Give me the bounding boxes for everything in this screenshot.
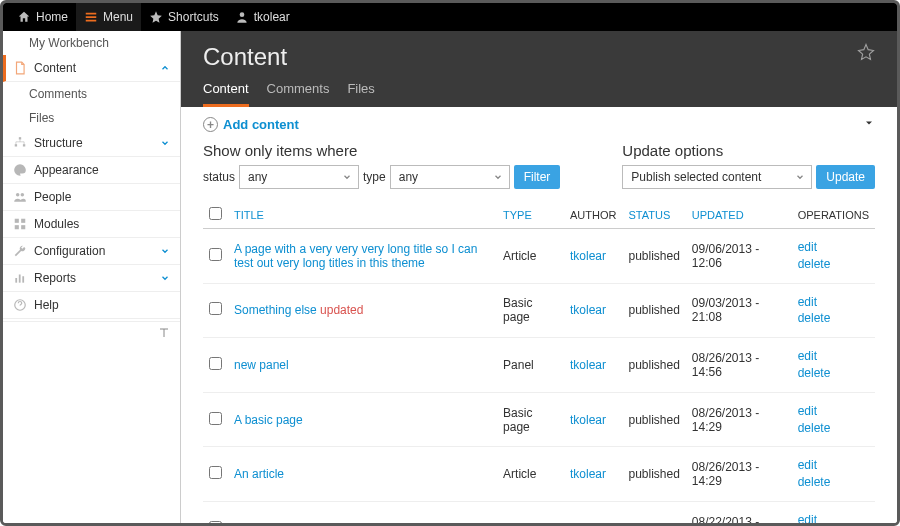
sidebar-toggle-row	[3, 321, 180, 347]
row-status: published	[622, 501, 685, 523]
svg-point-4	[16, 193, 19, 197]
row-updated: 08/26/2013 - 14:29	[686, 392, 792, 447]
row-title-link[interactable]: An article	[234, 467, 284, 481]
tab-content[interactable]: Content	[203, 81, 249, 107]
row-checkbox[interactable]	[209, 248, 222, 261]
svg-rect-2	[15, 144, 17, 146]
sidebar-item-structure[interactable]: Structure	[3, 130, 180, 157]
edit-link[interactable]: edit	[798, 512, 869, 523]
row-author-link[interactable]: tkolear	[570, 358, 606, 372]
row-checkbox[interactable]	[209, 302, 222, 315]
delete-link[interactable]: delete	[798, 474, 869, 491]
sidebar-item-my-workbench[interactable]: My Workbench	[3, 31, 180, 55]
reports-icon	[13, 271, 27, 285]
delete-link[interactable]: delete	[798, 420, 869, 437]
updated-badge: updated	[320, 303, 363, 317]
main: Content Content Comments Files + Add con…	[181, 31, 897, 523]
chevron-down-icon	[795, 172, 805, 182]
sidebar-item-label: Content	[34, 61, 76, 75]
row-author-link[interactable]: tkolear	[570, 303, 606, 317]
row-author-link[interactable]: tkolear	[570, 413, 606, 427]
edit-link[interactable]: edit	[798, 294, 869, 311]
row-checkbox[interactable]	[209, 521, 222, 523]
row-author-link[interactable]: tkolear	[570, 249, 606, 263]
col-title[interactable]: TITLE	[228, 201, 497, 229]
topbar: Home Menu Shortcuts tkolear	[3, 3, 897, 31]
tab-comments[interactable]: Comments	[267, 81, 330, 107]
status-select[interactable]: any	[239, 165, 359, 189]
row-title-link[interactable]: hgfjhgfjhgf	[234, 522, 289, 523]
update-button[interactable]: Update	[816, 165, 875, 189]
row-title-link[interactable]: new panel	[234, 358, 289, 372]
favorite-star-icon[interactable]	[857, 43, 875, 61]
delete-link[interactable]: delete	[798, 310, 869, 327]
edit-link[interactable]: edit	[798, 457, 869, 474]
edit-link[interactable]: edit	[798, 403, 869, 420]
col-type[interactable]: TYPE	[497, 201, 564, 229]
svg-rect-3	[23, 144, 25, 146]
topbar-user[interactable]: tkolear	[227, 3, 298, 31]
svg-rect-9	[21, 225, 25, 229]
chevron-down-icon	[160, 246, 170, 256]
tab-files[interactable]: Files	[347, 81, 374, 107]
sidebar-item-people[interactable]: People	[3, 184, 180, 211]
row-updated: 08/26/2013 - 14:56	[686, 338, 792, 393]
row-author-link[interactable]: tkolear	[570, 522, 606, 523]
appearance-icon	[13, 163, 27, 177]
col-updated[interactable]: UPDATED	[686, 201, 792, 229]
row-title-link[interactable]: Something else	[234, 303, 317, 317]
topbar-menu[interactable]: Menu	[76, 3, 141, 31]
sidebar-item-files[interactable]: Files	[3, 106, 180, 130]
filter-heading: Show only items where	[203, 142, 560, 159]
update-heading: Update options	[622, 142, 875, 159]
home-icon	[17, 10, 31, 24]
add-content-link[interactable]: + Add content	[203, 117, 299, 132]
add-content-label: Add content	[223, 117, 299, 132]
svg-rect-1	[19, 137, 21, 139]
row-title-link[interactable]: A basic page	[234, 413, 303, 427]
row-checkbox[interactable]	[209, 466, 222, 479]
sidebar-orientation-toggle-icon[interactable]	[158, 327, 170, 342]
sidebar-item-label: Reports	[34, 271, 76, 285]
sidebar-item-help[interactable]: Help	[3, 292, 180, 319]
topbar-menu-label: Menu	[103, 10, 133, 24]
row-updated: 08/22/2013 - 10:25	[686, 501, 792, 523]
modules-icon	[13, 217, 27, 231]
col-author[interactable]: AUTHOR	[564, 201, 622, 229]
topbar-home[interactable]: Home	[9, 3, 76, 31]
col-status[interactable]: STATUS	[622, 201, 685, 229]
dropdown-caret-icon[interactable]	[863, 117, 875, 132]
type-select-value: any	[399, 170, 418, 184]
row-checkbox[interactable]	[209, 412, 222, 425]
topbar-shortcuts-label: Shortcuts	[168, 10, 219, 24]
main-tabs: Content Comments Files	[203, 81, 875, 107]
sidebar-item-comments[interactable]: Comments	[3, 82, 180, 106]
row-updated: 08/26/2013 - 14:29	[686, 447, 792, 502]
row-author-link[interactable]: tkolear	[570, 467, 606, 481]
sidebar-item-content[interactable]: Content	[3, 55, 180, 82]
update-action-select[interactable]: Publish selected content	[622, 165, 812, 189]
sidebar-item-configuration[interactable]: Configuration	[3, 238, 180, 265]
type-select[interactable]: any	[390, 165, 510, 189]
select-all-checkbox[interactable]	[209, 207, 222, 220]
row-type: Article	[497, 447, 564, 502]
sidebar-item-appearance[interactable]: Appearance	[3, 157, 180, 184]
sidebar-item-label: My Workbench	[29, 36, 109, 50]
row-checkbox[interactable]	[209, 357, 222, 370]
edit-link[interactable]: edit	[798, 239, 869, 256]
sidebar-item-reports[interactable]: Reports	[3, 265, 180, 292]
delete-link[interactable]: delete	[798, 256, 869, 273]
edit-link[interactable]: edit	[798, 348, 869, 365]
filter-block: Show only items where status any type an…	[203, 142, 560, 189]
row-updated: 09/03/2013 - 21:08	[686, 283, 792, 338]
topbar-shortcuts[interactable]: Shortcuts	[141, 3, 227, 31]
filter-button[interactable]: Filter	[514, 165, 561, 189]
delete-link[interactable]: delete	[798, 365, 869, 382]
content-body: + Add content Show only items where stat…	[181, 107, 897, 523]
sidebar-item-label: People	[34, 190, 71, 204]
chevron-up-icon	[160, 63, 170, 73]
svg-rect-10	[15, 278, 17, 283]
type-label: type	[363, 170, 386, 184]
row-title-link[interactable]: A page with a very very very long title …	[234, 242, 477, 270]
sidebar-item-modules[interactable]: Modules	[3, 211, 180, 238]
